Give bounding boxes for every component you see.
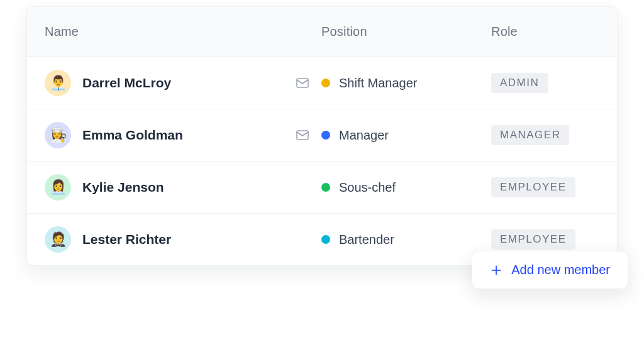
mail-icon[interactable] — [295, 128, 310, 143]
status-dot — [321, 183, 330, 192]
table-header-row: Name Position Role — [27, 7, 617, 57]
position-cell: Sous-chef — [321, 180, 491, 195]
table-row[interactable]: 👩‍🍳Emma GoldmanManagerMANAGER — [27, 109, 617, 162]
name-cell: 🤵Lester Richter — [45, 226, 321, 253]
status-dot — [321, 131, 330, 140]
member-name: Darrel McLroy — [82, 75, 171, 91]
avatar[interactable]: 👨‍💼 — [45, 70, 71, 96]
role-cell: EMPLOYEE — [491, 177, 599, 197]
svg-rect-1 — [297, 131, 308, 140]
name-cell: 👩‍💼Kylie Jenson — [45, 174, 321, 200]
table-row[interactable]: 👨‍💼Darrel McLroyShift ManagerADMIN — [27, 57, 617, 109]
column-header-name[interactable]: Name — [45, 25, 321, 39]
add-member-label: Add new member — [511, 263, 610, 277]
avatar[interactable]: 🤵 — [45, 226, 71, 253]
status-dot — [321, 235, 330, 244]
position-cell: Bartender — [321, 233, 491, 247]
member-name: Lester Richter — [82, 232, 171, 247]
status-dot — [321, 79, 330, 87]
role-cell: MANAGER — [491, 125, 599, 145]
role-badge: EMPLOYEE — [491, 177, 575, 197]
position-cell: Manager — [321, 128, 491, 143]
avatar[interactable]: 👩‍💼 — [45, 174, 71, 200]
column-header-role[interactable]: Role — [491, 25, 599, 39]
member-name: Kylie Jenson — [82, 180, 164, 195]
avatar[interactable]: 👩‍🍳 — [45, 122, 71, 148]
add-member-button[interactable]: Add new member — [472, 251, 628, 289]
position-label: Bartender — [339, 233, 394, 247]
table-row[interactable]: 👩‍💼Kylie JensonSous-chefEMPLOYEE — [27, 162, 617, 214]
table-body: 👨‍💼Darrel McLroyShift ManagerADMIN👩‍🍳Emm… — [27, 57, 617, 265]
plus-icon — [490, 264, 502, 277]
role-badge: ADMIN — [491, 73, 548, 93]
role-badge: EMPLOYEE — [491, 229, 575, 250]
member-name: Emma Goldman — [82, 128, 183, 143]
position-label: Sous-chef — [339, 180, 396, 195]
members-table-card: Name Position Role 👨‍💼Darrel McLroyShift… — [26, 6, 618, 266]
position-cell: Shift Manager — [321, 76, 491, 91]
column-header-position[interactable]: Position — [321, 25, 491, 39]
name-cell: 👩‍🍳Emma Goldman — [45, 122, 321, 148]
mail-icon[interactable] — [295, 75, 310, 91]
position-label: Manager — [339, 128, 389, 143]
role-badge: MANAGER — [491, 125, 569, 145]
position-label: Shift Manager — [339, 76, 418, 91]
svg-rect-0 — [297, 79, 308, 87]
role-cell: ADMIN — [491, 73, 599, 93]
role-cell: EMPLOYEE — [491, 229, 599, 250]
name-cell: 👨‍💼Darrel McLroy — [45, 70, 321, 96]
